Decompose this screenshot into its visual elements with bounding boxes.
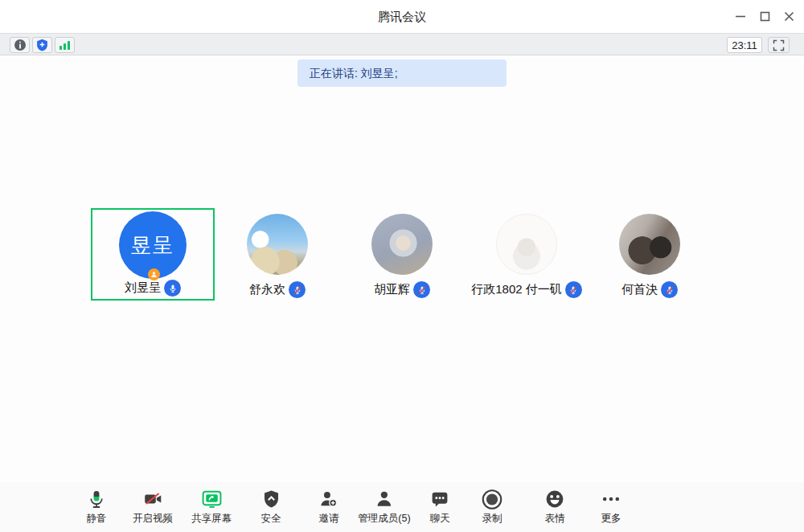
participant-name: 舒永欢	[249, 282, 285, 297]
close-button[interactable]	[778, 6, 799, 26]
chat-button[interactable]: 聊天	[430, 487, 450, 526]
signal-bars-icon	[59, 39, 71, 51]
avatar	[496, 214, 557, 275]
participant-tile-huyahui[interactable]: 胡亚辉	[340, 208, 464, 301]
record-button[interactable]: 录制	[482, 487, 503, 526]
avatar	[371, 214, 433, 275]
security-status-button[interactable]	[32, 37, 52, 53]
participant-name: 胡亚辉	[374, 282, 410, 297]
host-badge-icon	[148, 268, 160, 280]
meeting-window: 腾讯会议 23:11 正在讲话: 刘昱呈; 昱呈	[0, 0, 804, 532]
security-button[interactable]: 安全	[261, 487, 281, 526]
info-icon	[14, 39, 27, 51]
mute-button[interactable]: 静音	[87, 487, 107, 526]
members-person-icon	[375, 487, 395, 511]
participant-tile-shuyonghuan[interactable]: 舒永欢	[215, 208, 339, 301]
emoji-smiley-icon	[545, 487, 565, 511]
record-icon	[482, 487, 503, 511]
close-icon	[784, 11, 794, 22]
title-bar: 腾讯会议	[0, 0, 804, 33]
participant-tile-heshoujue[interactable]: 何首決	[588, 208, 712, 301]
mute-label: 静音	[87, 512, 107, 526]
status-toolbar: 23:11	[0, 33, 804, 55]
shield-plus-icon	[36, 39, 48, 51]
mic-muted-icon	[661, 281, 678, 298]
meeting-stage: 正在讲话: 刘昱呈; 昱呈 刘昱呈 舒永欢	[0, 55, 804, 482]
fullscreen-icon	[773, 39, 785, 51]
minimize-button[interactable]	[730, 6, 751, 26]
participant-name: 刘昱呈	[125, 280, 161, 296]
share-screen-label: 共享屏幕	[191, 512, 232, 526]
avatar	[247, 214, 308, 275]
participant-name: 行政1802 付一矶	[471, 282, 562, 297]
manage-members-button[interactable]: 管理成员(5)	[358, 487, 410, 526]
chat-bubble-icon	[430, 487, 450, 511]
invite-button[interactable]: 邀请	[319, 487, 339, 526]
microphone-icon	[87, 487, 107, 511]
network-status-button[interactable]	[55, 37, 75, 53]
mic-muted-icon	[413, 281, 430, 298]
more-label: 更多	[601, 512, 621, 526]
emoji-label: 表情	[545, 512, 565, 526]
manage-members-label: 管理成员(5)	[358, 512, 410, 526]
maximize-button[interactable]	[754, 6, 775, 26]
maximize-icon	[760, 11, 770, 22]
mic-muted-icon	[565, 281, 582, 298]
more-dots-icon	[601, 487, 621, 511]
fullscreen-button[interactable]	[768, 37, 790, 53]
meeting-timer: 23:11	[727, 37, 762, 53]
share-screen-icon	[201, 487, 223, 511]
speaking-banner: 正在讲话: 刘昱呈;	[297, 59, 507, 87]
more-button[interactable]: 更多	[601, 487, 621, 526]
security-shield-icon	[261, 487, 281, 511]
start-video-button[interactable]: 开启视频	[133, 487, 173, 526]
security-label: 安全	[261, 512, 281, 526]
participant-tile-fuyiji[interactable]: 行政1802 付一矶	[465, 208, 589, 301]
window-title: 腾讯会议	[0, 0, 804, 33]
avatar	[619, 214, 680, 275]
record-label: 录制	[482, 512, 503, 526]
participant-name: 何首決	[621, 282, 658, 297]
minimize-icon	[735, 10, 746, 22]
chat-label: 聊天	[430, 512, 450, 526]
camera-off-icon	[142, 487, 164, 511]
invite-person-icon	[319, 487, 339, 511]
start-video-label: 开启视频	[133, 512, 173, 526]
mic-muted-icon	[289, 281, 306, 298]
emoji-button[interactable]: 表情	[545, 487, 565, 526]
control-bar: 静音 开启视频	[0, 482, 804, 532]
mic-on-icon	[164, 280, 181, 297]
participant-tile-liuyucheng[interactable]: 昱呈 刘昱呈	[91, 208, 215, 301]
avatar-initials: 昱呈	[131, 232, 174, 259]
meeting-info-button[interactable]	[10, 37, 30, 53]
invite-label: 邀请	[319, 512, 339, 526]
share-screen-button[interactable]: 共享屏幕	[191, 487, 232, 526]
